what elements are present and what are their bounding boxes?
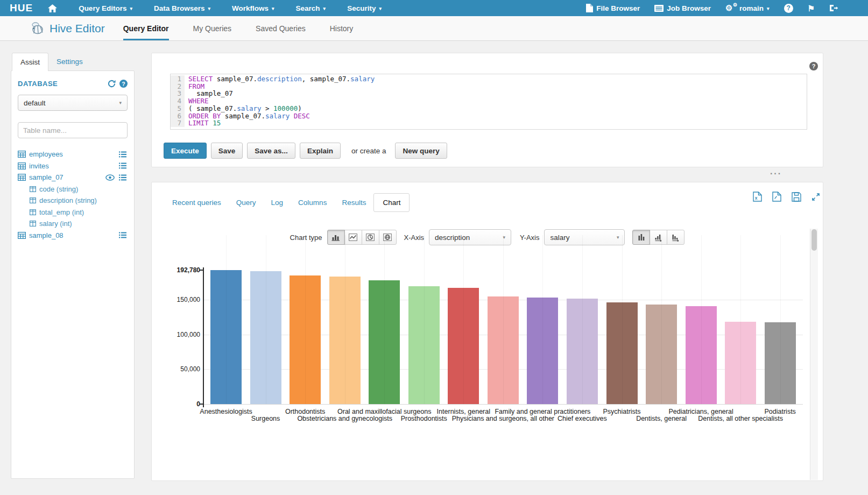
database-help-icon[interactable]: ?: [119, 80, 128, 88]
assist-sidebar: Assist Settings DATABASE ? default ▾ emp…: [11, 53, 135, 481]
table-icon: [18, 151, 26, 158]
x-gridline: [424, 235, 425, 404]
editor-toolbar: Execute Save Save as... Explain or creat…: [164, 143, 447, 159]
tab-settings[interactable]: Settings: [48, 53, 91, 70]
line-number: 4: [171, 97, 185, 105]
column-row[interactable]: description (string): [18, 195, 128, 207]
y-axis-label: 0: [152, 400, 200, 408]
or-create-label: or create a: [351, 147, 386, 155]
line-number: 3: [171, 90, 185, 97]
x-gridline: [503, 235, 504, 404]
table-menu-icon[interactable]: [119, 174, 126, 181]
line-number: 1: [171, 75, 185, 83]
x-gridline: [305, 235, 306, 404]
tab-history[interactable]: History: [330, 16, 354, 40]
y-axis-label: 50,000: [152, 365, 200, 373]
x-axis-label: Obstetricians and gynecologists: [297, 415, 392, 422]
query-editor-panel: ? 1SELECT sample_07.description, sample_…: [151, 53, 823, 167]
nav-workflows[interactable]: Workflows▾: [232, 4, 274, 12]
question-circle-icon: ?: [784, 4, 793, 13]
x-gridline: [345, 235, 345, 404]
x-gridline: [582, 235, 583, 404]
panel-resize-handle[interactable]: ···: [767, 169, 785, 179]
table-name[interactable]: sample_07: [29, 173, 63, 181]
hive-bee-icon: [30, 22, 45, 36]
app-header: Hive Editor Query Editor My Queries Save…: [0, 16, 868, 41]
chevron-down-icon: ▾: [379, 6, 382, 11]
table-row[interactable]: sample_08: [18, 230, 128, 242]
x-axis-label: Surgeons: [251, 415, 280, 422]
chart-type-bars-button[interactable]: [327, 230, 345, 245]
table-name[interactable]: invites: [29, 162, 49, 170]
hue-app: HUE Query Editors▾ Data Browsers▾ Workfl…: [0, 0, 868, 495]
x-gridline: [701, 235, 702, 404]
table-row[interactable]: employees: [18, 148, 128, 160]
column-icon: [30, 186, 36, 192]
x-axis-label: Podiatrists: [765, 408, 796, 415]
code-line: 7LIMIT 15: [171, 119, 807, 127]
table-icon: [18, 232, 26, 239]
new-query-button[interactable]: New query: [395, 143, 447, 159]
x-axis-line: [204, 404, 803, 405]
table-name[interactable]: sample_08: [29, 231, 63, 239]
table-name[interactable]: employees: [29, 150, 63, 158]
column-row[interactable]: code (string): [18, 183, 128, 195]
results-panel: x Recent queries Query Log Columns Resul…: [151, 182, 823, 481]
tab-saved-queries[interactable]: Saved Queries: [256, 16, 306, 40]
x-gridline: [542, 235, 543, 404]
execute-button[interactable]: Execute: [164, 143, 207, 159]
x-axis-label: Pediatricians, general: [668, 408, 733, 415]
table-menu-icon[interactable]: [119, 162, 126, 169]
column-name: salary (int): [39, 220, 72, 228]
feedback-button[interactable]: ⚑: [808, 4, 815, 12]
x-axis-label: Psychiatrists: [603, 408, 640, 415]
x-axis-label: Family and general practitioners: [495, 408, 590, 415]
nav-search[interactable]: Search▾: [296, 4, 326, 12]
table-row[interactable]: invites: [18, 160, 128, 172]
column-row[interactable]: total_emp (int): [18, 207, 128, 218]
nav-user-menu[interactable]: ⚙⚙ romain ▾: [725, 4, 770, 12]
nav-job-browser[interactable]: Job Browser: [654, 4, 711, 12]
nav-query-editors[interactable]: Query Editors▾: [79, 4, 132, 12]
nav-security[interactable]: Security▾: [347, 4, 382, 12]
x-axis-label: Internists, general: [437, 408, 490, 415]
tab-query-editor[interactable]: Query Editor: [123, 16, 169, 40]
table-filter-input[interactable]: [18, 122, 128, 138]
logout-button[interactable]: [829, 4, 838, 12]
column-icon: [30, 209, 36, 215]
nav-data-browsers[interactable]: Data Browsers▾: [154, 4, 210, 12]
scrollbar-thumb[interactable]: [811, 229, 817, 251]
sort-none-button[interactable]: [632, 230, 650, 245]
tab-my-queries[interactable]: My Queries: [193, 16, 232, 40]
tab-assist[interactable]: Assist: [12, 53, 48, 71]
save-button[interactable]: Save: [211, 143, 243, 159]
refresh-icon[interactable]: [108, 80, 116, 88]
code-line: 1SELECT sample_07.description, sample_07…: [171, 75, 807, 83]
top-navbar: HUE Query Editors▾ Data Browsers▾ Workfl…: [0, 0, 868, 16]
table-row[interactable]: sample_07: [18, 172, 128, 183]
editor-help-icon[interactable]: ?: [809, 62, 818, 70]
column-name: total_emp (int): [39, 208, 84, 216]
assist-tabs: Assist Settings: [12, 53, 135, 70]
x-axis-label: Physicians and surgeons, all other: [452, 415, 554, 422]
nav-file-browser[interactable]: File Browser: [586, 4, 640, 12]
app-tabs: Query Editor My Queries Saved Queries Hi…: [123, 16, 378, 40]
explain-button[interactable]: Explain: [300, 143, 341, 159]
save-as-button[interactable]: Save as...: [247, 143, 295, 159]
gears-icon: ⚙⚙: [725, 4, 736, 12]
database-select[interactable]: default ▾: [18, 95, 128, 111]
bar-chart: 050,000100,000150,000192,780Anesthesiolo…: [152, 182, 823, 480]
table-menu-icon[interactable]: [119, 232, 126, 238]
sign-out-icon: [829, 4, 838, 12]
table-menu-icon[interactable]: [119, 151, 126, 158]
sql-code-editor[interactable]: 1SELECT sample_07.description, sample_07…: [170, 74, 807, 130]
file-icon: [586, 4, 593, 12]
eye-icon[interactable]: [105, 174, 115, 181]
column-row[interactable]: salary (int): [18, 218, 128, 230]
code-line: 3 sample_07: [171, 90, 807, 97]
results-scrollbar[interactable]: [810, 229, 818, 480]
x-gridline: [740, 235, 741, 404]
hue-logo[interactable]: HUE: [10, 2, 33, 14]
home-button[interactable]: [48, 4, 57, 12]
help-button[interactable]: ?: [784, 4, 793, 13]
